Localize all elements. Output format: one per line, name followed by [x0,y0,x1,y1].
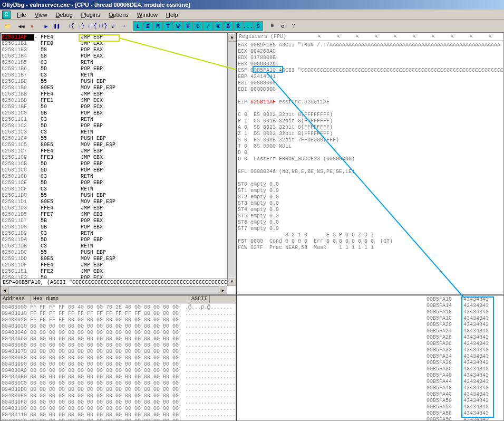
stack-row[interactable]: 00B5FA1043434343 [427,296,502,303]
menu-plugins[interactable]: Plugins [77,11,104,19]
register-row[interactable]: Z 1 DS 0023 32bit 0(FFFFFFFF) [238,131,502,137]
register-row[interactable]: ECX 00426BAC [238,49,502,55]
register-row[interactable]: EBX 00000029 [238,61,502,68]
register-row[interactable]: ESP 00B5FA10 ASCII "CCCCCCCCCCCCCCCCCCCC… [238,68,502,74]
register-row[interactable]: ESI 00000000 [238,80,502,87]
step-over-button[interactable]: ↓} [76,21,86,31]
stack-row[interactable]: 00B5FA2843434343 [427,334,502,341]
stack-row[interactable]: 00B5FA4843434343 [427,385,502,391]
menu-options[interactable]: Options [104,11,133,19]
menu-window[interactable]: Window [133,11,162,19]
letter-button-l[interactable]: L [133,21,143,31]
disasm-row[interactable]: 625011C2 5DPOP EBP [2,123,235,129]
disasm-row[interactable]: 625011C4 55PUSH EBP [2,136,235,142]
scrollbar-h[interactable]: ◀ ▶ [1,286,227,294]
open-folder-button[interactable]: 📁 [2,21,12,31]
letter-button-/[interactable]: / [203,21,213,31]
dump-pane[interactable]: Address Hex dump ASCII 00403000 FF FF FF… [0,295,236,421]
disasm-row[interactable]: 625011B7 C3RETN [2,72,235,79]
disasm-row[interactable]: 625011C5 89E5MOV EBP,ESP [2,142,235,148]
dump-row[interactable]: 00403020 FF FF FF FF 00 00 00 00 00 00 0… [2,317,235,323]
disasm-row[interactable]: 625011B5 C3RETN [2,60,235,66]
register-row[interactable]: EFL 00000246 (NO,NB,E,BE,NS,PE,GE,LE) [238,169,502,175]
stack-row[interactable]: 00B5FA4443434343 [427,379,502,385]
register-row[interactable]: ST2 empty 0.0 [238,194,502,200]
disasm-row[interactable]: 625011D7 5BPOP EBX [2,218,235,224]
tool-help-button[interactable]: ? [288,21,298,31]
dump-row[interactable]: 004030B0 00 00 00 00 00 00 00 00 00 00 0… [2,374,235,380]
disasm-row[interactable]: 625011B3 58POP EAX [2,47,235,53]
disasm-row[interactable]: 625011CF C3RETN [2,186,235,193]
stack-row[interactable]: 00B5FA1843434343 [427,309,502,315]
disasm-row[interactable]: 625011CC 5DPOP EBP [2,167,235,174]
dump-row[interactable]: 004030C0 00 00 00 00 00 00 00 00 00 00 0… [2,380,235,387]
dump-row[interactable]: 004030A0 00 00 00 00 00 00 00 00 00 00 0… [2,368,235,374]
stack-row[interactable]: 00B5FA3C43434343 [427,366,502,372]
register-row[interactable]: P 1 CS 001B 32bit 0(FFFFFFFF) [238,118,502,125]
dump-row[interactable]: 00403000 FF FF FF FF 00 40 00 00 70 2E 4… [2,304,235,311]
disasm-row[interactable]: 625011CD C3RETN [2,174,235,180]
dump-row[interactable]: 00403100 00 00 00 00 00 00 00 00 00 00 0… [2,406,235,412]
disasm-row[interactable]: 625011D9 C3RETN [2,231,235,237]
register-row[interactable]: EBP 42414141 [238,74,502,80]
disassembly-pane[interactable]: 625011AF- FFE4JMP ESP625011B1 FFE0JMP EA… [0,33,236,295]
disasm-row[interactable]: 625011D8 5BPOP EBX [2,224,235,231]
disasm-row[interactable]: 625011DC 55PUSH EBP [2,250,235,256]
stack-row[interactable]: 00B5FA2443434343 [427,328,502,334]
disasm-row[interactable]: 625011BB FFE4JMP ESP [2,91,235,98]
dump-row[interactable]: 00403110 00 00 00 00 00 00 00 00 00 00 0… [2,412,235,418]
menu-debug[interactable]: Debug [51,11,76,19]
letter-button-k[interactable]: K [213,21,223,31]
register-row[interactable]: EDX 0178008B [238,55,502,61]
tool-list-button[interactable]: ≡ [267,21,277,31]
stack-row[interactable]: 00B5FA1C43434343 [427,315,502,322]
register-row[interactable]: ST5 empty 0.0 [238,213,502,219]
close-button[interactable]: ✕ [27,21,37,31]
stack-row[interactable]: 00B5FA3443434343 [427,353,502,360]
disasm-row[interactable]: 625011BF 59POP ECX [2,104,235,110]
disasm-row[interactable]: 625011D1 89E5MOV EBP,ESP [2,199,235,205]
stack-row[interactable]: 00B5FA5C43434343 [427,417,502,421]
stack-row[interactable]: 00B5FA3843434343 [427,360,502,366]
register-row[interactable]: S 0 FS 003B 32bit 7FFDE000(FFF) [238,137,502,143]
app-icon[interactable]: C [2,11,11,19]
register-row[interactable]: ST4 empty 0.0 [238,207,502,213]
dump-row[interactable]: 00403070 00 00 00 00 00 00 00 00 00 00 0… [2,349,235,355]
disasm-row[interactable]: 625011BD FFE1JMP ECX [2,98,235,104]
trace-over-button[interactable]: ↓↓} [98,21,108,31]
letter-button-s[interactable]: S [253,21,263,31]
letter-button-c[interactable]: C [193,21,203,31]
disasm-row[interactable]: 625011D5 FFE7JMP EDI [2,212,235,218]
dump-row[interactable]: 00403060 00 00 00 00 00 00 00 00 00 00 0… [2,342,235,349]
stack-pane[interactable]: 00B5FA104343434300B5FA144343434300B5FA18… [236,295,504,421]
register-row[interactable]: ST3 empty 0.0 [238,200,502,207]
disasm-row[interactable]: 625011DB C3RETN [2,243,235,250]
disasm-row[interactable]: 625011AF- FFE4JMP ESP [2,34,235,41]
scroll-right-button[interactable]: ▶ [219,286,227,295]
stack-row[interactable]: 00B5FA2C43434343 [427,341,502,347]
letter-button-w[interactable]: W [173,21,183,31]
stack-row[interactable]: 00B5FA4043434343 [427,372,502,379]
disasm-row[interactable]: 625011C1 C3RETN [2,117,235,123]
dump-row[interactable]: 00403120 00 00 00 00 00 00 00 00 00 00 0… [2,418,235,421]
run-button[interactable]: ▶ [41,21,51,31]
register-row[interactable]: D 0 [238,150,502,156]
stack-row[interactable]: 00B5FA5843434343 [427,410,502,417]
trace-into-button[interactable]: ↓↓{ [87,21,97,31]
dump-row[interactable]: 00403090 00 00 00 00 00 00 00 00 00 00 0… [2,361,235,368]
register-row[interactable]: EIP 625011AF essfunc.625011AF [238,99,502,106]
stack-row[interactable]: 00B5FA1443434343 [427,303,502,309]
letter-button-m[interactable]: M [153,21,163,31]
register-row[interactable]: EDI 00000000 [238,87,502,93]
register-row[interactable] [238,162,502,169]
stack-row[interactable]: 00B5FA5443434343 [427,404,502,410]
letter-button-r[interactable]: R [233,21,243,31]
menu-help[interactable]: Help [162,11,182,19]
disasm-row[interactable]: 625011CB 5DPOP EBP [2,161,235,167]
stack-row[interactable]: 00B5FA5043434343 [427,398,502,404]
dump-row[interactable]: 00403030 00 00 00 00 00 00 00 00 00 00 0… [2,323,235,330]
disasm-row[interactable]: 625011D3 FFE4JMP ESP [2,205,235,212]
letter-button-b[interactable]: B [223,21,233,31]
dump-row[interactable]: 004030D0 00 00 00 00 00 00 00 00 00 00 0… [2,387,235,393]
stack-row[interactable]: 00B5FA3043434343 [427,347,502,353]
